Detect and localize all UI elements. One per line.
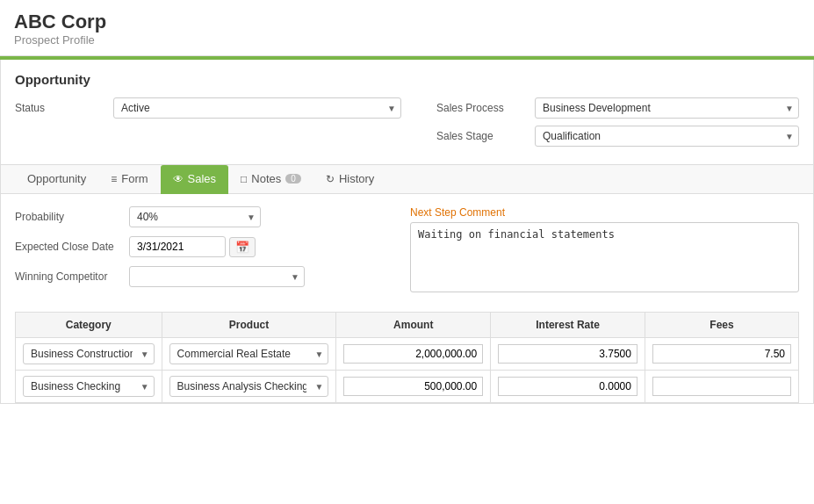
- status-select[interactable]: Active Inactive Pending: [113, 97, 401, 119]
- row2-interest-rate: [491, 371, 645, 403]
- next-step-label: Next Step Comment: [410, 206, 799, 219]
- row1-interest-rate: [491, 338, 645, 371]
- table-header-row: Category Product Amount Interest Rate Fe…: [16, 313, 799, 338]
- row1-product: Commercial Real Estate Construction Loan…: [162, 338, 336, 371]
- left-fields: Status Active Inactive Pending ▼: [15, 97, 401, 126]
- status-select-wrapper[interactable]: Active Inactive Pending ▼: [113, 97, 401, 119]
- row2-amount: [336, 371, 491, 403]
- close-date-input-group: 📅: [129, 236, 256, 257]
- close-date-row: Expected Close Date 📅: [15, 236, 384, 257]
- tab-history-label: History: [339, 172, 374, 185]
- sales-icon: 👁: [173, 173, 184, 185]
- row1-amount-input[interactable]: [343, 344, 483, 364]
- row2-product-select[interactable]: Business Analysis Checking Business Basi…: [169, 376, 329, 397]
- next-step-textarea[interactable]: Waiting on financial statements: [410, 222, 799, 292]
- sales-stage-field: Qualification Proposal Negotiation Close…: [535, 126, 799, 147]
- opportunity-card: Opportunity Status Active Inactive Pendi…: [0, 60, 814, 404]
- tab-form[interactable]: ≡ Form: [98, 165, 160, 194]
- sales-form-right: Next Step Comment Waiting on financial s…: [410, 206, 799, 296]
- close-date-label: Expected Close Date: [15, 241, 129, 253]
- tabs-bar: Opportunity ≡ Form 👁 Sales □ Notes 0 ↻ H…: [1, 164, 813, 194]
- probability-label: Probability: [15, 211, 129, 223]
- notes-badge: 0: [285, 174, 301, 184]
- col-category: Category: [16, 313, 162, 338]
- tab-form-label: Form: [121, 172, 148, 185]
- products-table: Category Product Amount Interest Rate Fe…: [15, 312, 799, 403]
- status-field: Active Inactive Pending ▼: [113, 97, 401, 119]
- sales-stage-select-wrapper[interactable]: Qualification Proposal Negotiation Close…: [535, 126, 799, 147]
- row2-rate-input[interactable]: [498, 377, 638, 396]
- section-title: Opportunity: [15, 72, 799, 87]
- probability-select-wrapper[interactable]: 10%20%30% 40%50%60% 70%80%90%100% ▼: [129, 206, 261, 227]
- row1-fees: [645, 338, 798, 371]
- tab-notes-label: Notes: [251, 172, 281, 185]
- row2-amount-input[interactable]: [343, 377, 483, 396]
- form-icon: ≡: [111, 173, 117, 185]
- winning-competitor-select-wrapper[interactable]: ▼: [129, 266, 305, 287]
- notes-icon: □: [241, 173, 247, 185]
- col-fees: Fees: [645, 313, 798, 338]
- row2-category-select-wrapper[interactable]: Business Construction Business Checking …: [23, 376, 155, 397]
- winning-competitor-select[interactable]: [129, 266, 305, 287]
- tab-history[interactable]: ↻ History: [313, 165, 386, 194]
- page-subtitle: Prospect Profile: [14, 33, 800, 47]
- row1-amount: [336, 338, 491, 371]
- sales-tab-content: Probability 10%20%30% 40%50%60% 70%80%90…: [15, 194, 799, 403]
- col-amount: Amount: [336, 313, 491, 338]
- winning-competitor-label: Winning Competitor: [15, 270, 129, 283]
- row1-rate-input[interactable]: [498, 344, 638, 364]
- row2-product: Business Analysis Checking Business Basi…: [162, 371, 336, 403]
- close-date-input[interactable]: [129, 236, 226, 257]
- status-row: Status Active Inactive Pending ▼: [15, 97, 401, 119]
- probability-row: Probability 10%20%30% 40%50%60% 70%80%90…: [15, 206, 384, 227]
- row1-category-select-wrapper[interactable]: Business Construction Business Checking …: [23, 343, 155, 364]
- sales-stage-select[interactable]: Qualification Proposal Negotiation Close…: [535, 126, 799, 147]
- sales-process-select-wrapper[interactable]: Business Development Retail Commercial ▼: [535, 97, 799, 119]
- row1-product-select[interactable]: Commercial Real Estate Construction Loan…: [169, 343, 329, 364]
- right-fields: Sales Process Business Development Retai…: [436, 97, 799, 154]
- row2-category: Business Construction Business Checking …: [16, 371, 162, 403]
- row2-fees-input[interactable]: [652, 377, 791, 396]
- tab-opportunity-label: Opportunity: [27, 172, 86, 185]
- row2-category-select[interactable]: Business Construction Business Checking …: [23, 376, 155, 397]
- status-label: Status: [15, 102, 103, 114]
- probability-select[interactable]: 10%20%30% 40%50%60% 70%80%90%100%: [129, 206, 261, 227]
- winning-competitor-row: Winning Competitor ▼: [15, 266, 384, 287]
- sales-form-section: Probability 10%20%30% 40%50%60% 70%80%90…: [15, 206, 799, 308]
- tab-sales-label: Sales: [188, 172, 217, 185]
- table-row: Business Construction Business Checking …: [16, 338, 799, 371]
- row1-product-select-wrapper[interactable]: Commercial Real Estate Construction Loan…: [169, 343, 329, 364]
- page-title: ABC Corp: [14, 11, 800, 33]
- row2-fees: [645, 371, 798, 403]
- sales-stage-label: Sales Stage: [436, 130, 524, 142]
- calendar-button[interactable]: 📅: [229, 237, 256, 257]
- row1-category-select[interactable]: Business Construction Business Checking …: [23, 343, 155, 364]
- sales-process-field: Business Development Retail Commercial ▼: [535, 97, 799, 119]
- sales-process-label: Sales Process: [436, 102, 524, 114]
- col-product: Product: [162, 313, 336, 338]
- tab-opportunity[interactable]: Opportunity: [15, 165, 98, 194]
- sales-form-left: Probability 10%20%30% 40%50%60% 70%80%90…: [15, 206, 384, 296]
- history-icon: ↻: [326, 173, 335, 185]
- page-header: ABC Corp Prospect Profile: [0, 0, 814, 56]
- sales-process-select[interactable]: Business Development Retail Commercial: [535, 97, 799, 119]
- table-row: Business Construction Business Checking …: [16, 371, 799, 403]
- sales-stage-row: Sales Stage Qualification Proposal Negot…: [436, 126, 799, 147]
- top-fields: Status Active Inactive Pending ▼ Sales P…: [15, 97, 799, 154]
- sales-process-row: Sales Process Business Development Retai…: [436, 97, 799, 119]
- row2-product-select-wrapper[interactable]: Business Analysis Checking Business Basi…: [169, 376, 329, 397]
- col-interest-rate: Interest Rate: [491, 313, 645, 338]
- row1-category: Business Construction Business Checking …: [16, 338, 162, 371]
- tab-notes[interactable]: □ Notes 0: [228, 165, 313, 194]
- tab-sales[interactable]: 👁 Sales: [161, 165, 229, 194]
- row1-fees-input[interactable]: [652, 344, 791, 364]
